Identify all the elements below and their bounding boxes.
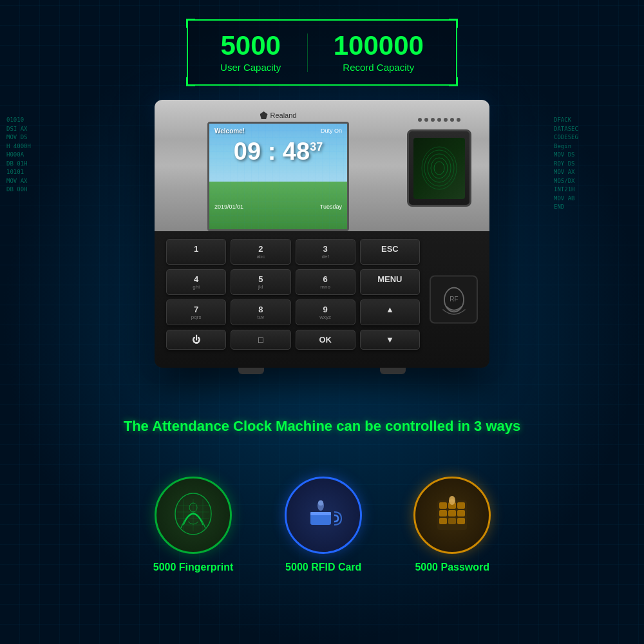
scanner-area bbox=[401, 111, 478, 207]
screen-area: Realand Welcome! Duty On 09 : 4837 2019/… bbox=[166, 111, 390, 231]
fingerprint-icon bbox=[171, 489, 216, 541]
feature-password: 5000 Password bbox=[413, 477, 491, 573]
feature-password-label: 5000 Password bbox=[415, 562, 489, 573]
feature-fingerprint-label: 5000 Fingerprint bbox=[153, 562, 233, 573]
svg-point-4 bbox=[422, 147, 457, 189]
key--[interactable]: ⏻ bbox=[166, 330, 226, 350]
capacity-info-box: 5000 User Capacity 100000 Record Capacit… bbox=[187, 19, 457, 86]
device-top-panel: Realand Welcome! Duty On 09 : 4837 2019/… bbox=[155, 100, 489, 231]
key--[interactable]: ▲ bbox=[360, 299, 420, 325]
feature-rfid-label: 5000 RFID Card bbox=[285, 562, 361, 573]
fingerprint-scanner[interactable] bbox=[407, 129, 471, 207]
lcd-day: Tuesday bbox=[320, 204, 342, 210]
led-dot-3 bbox=[431, 118, 435, 122]
led-dot-5 bbox=[444, 118, 448, 122]
corner-bracket-tl bbox=[186, 19, 195, 28]
key--[interactable]: □ bbox=[231, 330, 290, 350]
key-esc[interactable]: ESC bbox=[360, 239, 420, 265]
keypad: 12abc3defESC4ghi5jkl6mnoMENU7pqrs8tuv9wx… bbox=[166, 239, 420, 350]
svg-rect-23 bbox=[457, 502, 465, 509]
feature-rfid: 5000 RFID Card bbox=[285, 477, 362, 573]
lcd-time-display: 09 : 4837 bbox=[234, 138, 323, 166]
lcd-screen: Welcome! Duty On 09 : 4837 2019/01/01 Tu… bbox=[207, 122, 349, 231]
key-6[interactable]: 6mno bbox=[296, 269, 355, 295]
feature-circle-password bbox=[413, 477, 491, 554]
fingerprint-sensor-visual bbox=[420, 144, 459, 193]
key-ok[interactable]: OK bbox=[296, 330, 355, 350]
svg-rect-17 bbox=[310, 512, 331, 515]
scanner-inner bbox=[413, 138, 465, 199]
svg-rect-24 bbox=[439, 510, 447, 516]
rf-card-reader[interactable]: RF bbox=[430, 276, 478, 324]
svg-rect-26 bbox=[457, 510, 465, 516]
led-dot-7 bbox=[457, 118, 460, 122]
key-2[interactable]: 2abc bbox=[231, 239, 290, 265]
tech-text-left: 01010 DSI AX MOV DS H 4000H H000A DB 01H… bbox=[6, 116, 90, 194]
key-9[interactable]: 9wxyz bbox=[296, 299, 355, 325]
user-capacity-label: User Capacity bbox=[220, 62, 281, 73]
user-capacity-stat: 5000 User Capacity bbox=[220, 32, 281, 73]
bottom-section: 5000 Fingerprint 5000 RFID Card bbox=[0, 438, 644, 644]
key-menu[interactable]: MENU bbox=[360, 269, 420, 295]
record-capacity-label: Record Capacity bbox=[334, 62, 424, 73]
device-container: Realand Welcome! Duty On 09 : 4837 2019/… bbox=[142, 100, 502, 374]
led-dot-2 bbox=[424, 118, 428, 122]
feature-circle-fingerprint bbox=[155, 477, 232, 554]
lcd-seconds: 37 bbox=[310, 140, 323, 153]
svg-rect-25 bbox=[448, 510, 456, 516]
svg-rect-27 bbox=[439, 518, 447, 524]
key-4[interactable]: 4ghi bbox=[166, 269, 226, 295]
svg-point-0 bbox=[434, 162, 444, 175]
svg-point-19 bbox=[318, 500, 323, 506]
record-capacity-stat: 100000 Record Capacity bbox=[334, 32, 424, 73]
svg-rect-28 bbox=[448, 518, 456, 524]
key-8[interactable]: 8tuv bbox=[231, 299, 290, 325]
feature-fingerprint: 5000 Fingerprint bbox=[153, 477, 233, 573]
record-capacity-number: 100000 bbox=[334, 32, 424, 59]
brand-icon bbox=[260, 111, 268, 119]
led-dots bbox=[418, 118, 460, 122]
corner-bracket-tr bbox=[449, 19, 458, 28]
key-5[interactable]: 5jkl bbox=[231, 269, 290, 295]
key-3[interactable]: 3def bbox=[296, 239, 355, 265]
attendance-machine: Realand Welcome! Duty On 09 : 4837 2019/… bbox=[155, 100, 489, 368]
tech-text-right: DFACK DATASEC CODESEG Begin MOV DS ROY D… bbox=[554, 116, 638, 212]
feature-circle-rfid bbox=[285, 477, 362, 554]
corner-bracket-br bbox=[449, 77, 458, 86]
lcd-hours-minutes: 09 : 48 bbox=[234, 138, 310, 165]
password-icon bbox=[430, 493, 475, 538]
led-dot-6 bbox=[450, 118, 454, 122]
stat-divider bbox=[307, 33, 308, 72]
tagline-text: The Attendance Clock Machine can be cont… bbox=[19, 418, 625, 435]
svg-rect-29 bbox=[457, 518, 465, 524]
brand-name: Realand bbox=[270, 111, 297, 119]
led-dot-1 bbox=[418, 118, 422, 122]
features-row: 5000 Fingerprint 5000 RFID Card bbox=[153, 477, 491, 573]
user-capacity-number: 5000 bbox=[220, 32, 281, 59]
key-7[interactable]: 7pqrs bbox=[166, 299, 226, 325]
brand-label: Realand bbox=[260, 111, 297, 119]
lcd-duty-text: Duty On bbox=[321, 128, 342, 134]
key--[interactable]: ▼ bbox=[360, 330, 420, 350]
rfid-icon bbox=[301, 493, 346, 538]
svg-rect-21 bbox=[439, 502, 447, 509]
device-bottom-panel: 12abc3defESC4ghi5jkl6mnoMENU7pqrs8tuv9wx… bbox=[155, 231, 489, 368]
svg-point-3 bbox=[424, 150, 454, 186]
lcd-welcome-text: Welcome! bbox=[214, 128, 245, 135]
svg-text:RF: RF bbox=[450, 296, 458, 303]
led-dot-4 bbox=[437, 118, 441, 122]
lcd-date: 2019/01/01 bbox=[214, 204, 243, 210]
svg-point-1 bbox=[431, 158, 448, 178]
corner-bracket-bl bbox=[186, 77, 195, 86]
key-1[interactable]: 1 bbox=[166, 239, 226, 265]
